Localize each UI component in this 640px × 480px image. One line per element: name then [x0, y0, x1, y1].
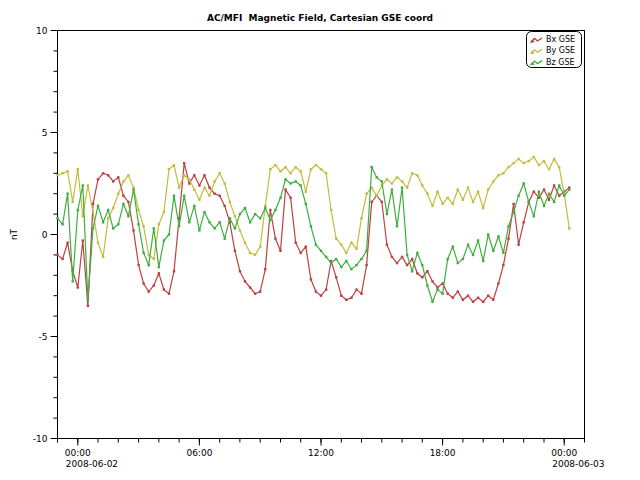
- plot-window: AC/MFI Magnetic Field, Cartesian GSE coo…: [0, 0, 640, 480]
- data-point-marker: [472, 201, 474, 203]
- data-point-marker: [295, 180, 297, 182]
- data-point-marker: [497, 282, 499, 284]
- y-tick-label: 5: [42, 128, 48, 138]
- data-point-marker: [158, 223, 160, 225]
- data-point-marker: [533, 191, 535, 193]
- data-point-marker: [254, 293, 256, 295]
- data-point-marker: [457, 188, 459, 190]
- data-point-marker: [492, 299, 494, 301]
- data-point-marker: [264, 207, 266, 209]
- data-point-marker: [188, 221, 190, 223]
- data-point-marker: [97, 242, 99, 244]
- data-point-marker: [340, 244, 342, 246]
- y-axis-label: nT: [9, 228, 19, 240]
- data-point-marker: [411, 258, 413, 260]
- data-point-marker: [178, 225, 180, 227]
- data-point-marker: [325, 172, 327, 174]
- data-point-marker: [137, 209, 139, 211]
- data-point-marker: [543, 205, 545, 207]
- data-point-marker: [82, 184, 84, 186]
- data-point-marker: [310, 278, 312, 280]
- data-point-marker: [107, 174, 109, 176]
- y-tick-label: 10: [36, 26, 48, 36]
- data-point-marker: [295, 166, 297, 168]
- data-point-marker: [203, 174, 205, 176]
- data-point-marker: [77, 286, 79, 288]
- data-point-marker: [122, 203, 124, 205]
- data-point-marker: [548, 193, 550, 195]
- plot-svg: 1050-5-1000:002008-06-0206:0012:0018:000…: [0, 0, 640, 480]
- data-point-marker: [127, 174, 129, 176]
- data-point-marker: [254, 213, 256, 215]
- data-point-marker: [416, 252, 418, 254]
- data-point-marker: [538, 191, 540, 193]
- x-tick-label: 18:00: [430, 448, 456, 458]
- data-point-marker: [127, 215, 129, 217]
- data-point-marker: [193, 205, 195, 207]
- data-point-marker: [279, 170, 281, 172]
- data-point-marker: [330, 209, 332, 211]
- data-point-marker: [376, 195, 378, 197]
- data-point-marker: [97, 205, 99, 207]
- data-point-marker: [315, 164, 317, 166]
- data-point-marker: [127, 201, 129, 203]
- data-point-marker: [386, 244, 388, 246]
- data-point-marker: [213, 180, 215, 182]
- data-point-marker: [234, 227, 236, 229]
- data-point-marker: [72, 201, 74, 203]
- data-point-marker: [512, 211, 514, 213]
- data-point-marker: [355, 264, 357, 266]
- x-date-label: 2008-06-02: [66, 459, 118, 469]
- data-point-marker: [512, 162, 514, 164]
- data-point-marker: [269, 219, 271, 221]
- data-point-marker: [416, 272, 418, 274]
- data-point-marker: [396, 225, 398, 227]
- data-point-marker: [533, 215, 535, 217]
- data-point-marker: [431, 280, 433, 282]
- legend-label: Bz GSE: [546, 58, 575, 67]
- data-point-marker: [452, 246, 454, 248]
- legend-label: Bx GSE: [546, 35, 575, 44]
- data-point-marker: [467, 186, 469, 188]
- data-point-marker: [300, 184, 302, 186]
- legend: Bx GSEBy GSEBz GSE: [527, 32, 582, 68]
- data-point-marker: [330, 262, 332, 264]
- data-point-marker: [320, 250, 322, 252]
- data-point-marker: [198, 229, 200, 231]
- data-point-marker: [244, 207, 246, 209]
- data-point-marker: [198, 199, 200, 201]
- data-point-marker: [208, 186, 210, 188]
- data-point-marker: [543, 188, 545, 190]
- data-point-marker: [269, 168, 271, 170]
- data-point-marker: [305, 191, 307, 193]
- data-point-marker: [279, 197, 281, 199]
- data-point-marker: [416, 174, 418, 176]
- data-point-marker: [163, 211, 165, 213]
- data-point-marker: [386, 213, 388, 215]
- data-point-marker: [467, 244, 469, 246]
- data-point-marker: [244, 280, 246, 282]
- data-point-marker: [447, 293, 449, 295]
- data-point-marker: [401, 180, 403, 182]
- data-point-marker: [66, 242, 68, 244]
- data-point-marker: [289, 172, 291, 174]
- data-point-marker: [355, 288, 357, 290]
- data-point-marker: [497, 174, 499, 176]
- data-point-marker: [305, 246, 307, 248]
- data-point-marker: [137, 264, 139, 266]
- data-point-marker: [132, 188, 134, 190]
- data-point-marker: [376, 176, 378, 178]
- data-point-marker: [533, 156, 535, 158]
- data-point-marker: [386, 178, 388, 180]
- data-point-marker: [219, 195, 221, 197]
- data-point-marker: [421, 264, 423, 266]
- data-point-marker: [122, 180, 124, 182]
- data-point-marker: [340, 266, 342, 268]
- data-point-marker: [142, 225, 144, 227]
- data-point-marker: [365, 264, 367, 266]
- data-point-marker: [477, 191, 479, 193]
- data-point-marker: [61, 172, 63, 174]
- x-tick-label: 12:00: [308, 448, 334, 458]
- data-point-marker: [234, 250, 236, 252]
- data-point-marker: [315, 244, 317, 246]
